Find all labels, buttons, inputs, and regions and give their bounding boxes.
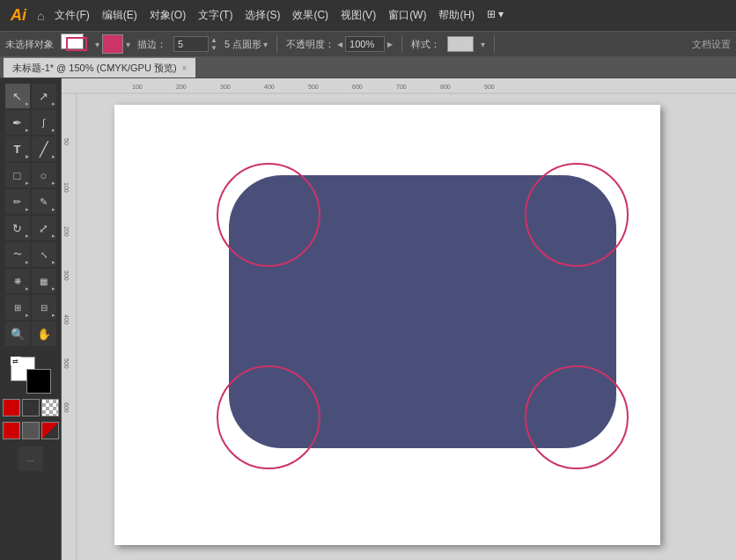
fill-stroke-indicator[interactable]: ⇄ <box>11 357 51 394</box>
title-bar: Ai ⌂ 文件(F) 编辑(E) 对象(O) 文字(T) 选择(S) 效果(C)… <box>0 0 736 31</box>
stroke-width-input[interactable] <box>173 36 209 52</box>
tab-title: 未标题-1* @ 150% (CMYK/GPU 预览) <box>12 62 177 75</box>
type-tool[interactable]: T▸ <box>5 136 30 161</box>
svg-text:400: 400 <box>63 314 70 325</box>
svg-text:700: 700 <box>396 84 407 90</box>
tool-row-3: T▸ ╱▸ <box>5 136 56 161</box>
paintbrush-tool[interactable]: ✏▸ <box>5 189 30 214</box>
free-transform-tool[interactable]: ⤡▸ <box>32 242 56 267</box>
svg-text:100: 100 <box>132 84 143 90</box>
menu-object[interactable]: 对象(O) <box>144 6 191 25</box>
tool-row-7: 〜▸ ⤡▸ <box>5 242 56 267</box>
svg-text:900: 900 <box>484 84 495 90</box>
pen-tool[interactable]: ✒▸ <box>5 110 30 135</box>
stroke-preview[interactable] <box>61 33 92 55</box>
tool-row-8: ❋▸ ▦▸ <box>5 269 56 293</box>
svg-text:300: 300 <box>63 270 70 281</box>
tool-row-9: ⊞▸ ⊟▸ <box>5 295 56 320</box>
main-layout: ↖▸ ↗▸ ✒▸ ∫▸ T▸ ╱▸ □▸ ○▸ ✏▸ ✎▸ ↻▸ ⤢▸ 〜▸ ⤡… <box>0 78 736 560</box>
mode-swatches <box>3 422 59 439</box>
home-icon[interactable]: ⌂ <box>37 9 44 23</box>
rounded-rectangle[interactable] <box>229 175 616 448</box>
canvas-area[interactable]: 100200 300400 500600 700800 900 50 100 2… <box>62 78 736 560</box>
svg-text:500: 500 <box>308 84 319 90</box>
menu-view[interactable]: 视图(V) <box>335 6 381 25</box>
menu-type[interactable]: 文字(T) <box>193 6 238 25</box>
svg-text:200: 200 <box>63 226 70 237</box>
opacity-expand[interactable]: ◀ <box>337 41 342 48</box>
left-sidebar: ↖▸ ↗▸ ✒▸ ∫▸ T▸ ╱▸ □▸ ○▸ ✏▸ ✎▸ ↻▸ ⤢▸ 〜▸ ⤡… <box>0 78 62 560</box>
slice-tool[interactable]: ⊟▸ <box>32 295 56 320</box>
none-swatch[interactable] <box>41 399 59 416</box>
rotate-tool[interactable]: ↻▸ <box>5 216 30 240</box>
canvas-svg <box>114 105 660 545</box>
warp-tool[interactable]: 〜▸ <box>5 242 30 267</box>
ellipse-tool[interactable]: ○▸ <box>32 163 56 188</box>
tool-row-4: □▸ ○▸ <box>5 163 56 188</box>
gradient-mode-swatch[interactable] <box>41 422 59 439</box>
tool-row-1: ↖▸ ↗▸ <box>5 84 56 108</box>
rect-tool[interactable]: □▸ <box>5 163 30 188</box>
pencil-tool[interactable]: ✎▸ <box>32 189 56 214</box>
svg-text:600: 600 <box>63 402 70 413</box>
dark-swatch[interactable] <box>22 399 40 416</box>
curvature-tool[interactable]: ∫▸ <box>32 110 56 135</box>
ruler-top-svg: 100200 300400 500600 700800 900 <box>62 78 736 94</box>
opacity-label: 不透明度： <box>286 38 335 51</box>
tab-close-button[interactable]: × <box>182 63 188 73</box>
swap-icon[interactable]: ⇄ <box>11 357 21 365</box>
line-tool[interactable]: ╱▸ <box>32 136 56 161</box>
separator-1 <box>276 35 277 53</box>
menu-select[interactable]: 选择(S) <box>239 6 285 25</box>
ruler-top: 100200 300400 500600 700800 900 <box>62 78 736 94</box>
tool-row-2: ✒▸ ∫▸ <box>5 110 56 135</box>
menu-window[interactable]: 窗口(W) <box>383 6 431 25</box>
stroke-width-spinner[interactable]: ▲ ▼ <box>210 37 217 52</box>
bottom-tools: ... <box>18 446 43 471</box>
red-mode-swatch[interactable] <box>3 422 20 439</box>
menu-help[interactable]: 帮助(H) <box>433 6 480 25</box>
svg-text:100: 100 <box>63 182 70 193</box>
style-label: 样式： <box>411 38 440 51</box>
stroke-color-arrow[interactable]: ▾ <box>126 40 130 49</box>
stroke-label: 描边： <box>137 38 166 51</box>
svg-text:600: 600 <box>352 84 363 90</box>
red-swatch[interactable] <box>3 399 20 416</box>
separator-3 <box>494 35 495 53</box>
doc-settings-label[interactable]: 文档设置 <box>692 38 731 51</box>
column-chart-tool[interactable]: ▦▸ <box>32 269 56 293</box>
brush-dropdown-arrow[interactable]: ▾ <box>263 40 268 49</box>
more-tools[interactable]: ... <box>18 446 43 471</box>
style-dropdown-arrow[interactable]: ▾ <box>481 40 485 49</box>
direct-select-tool[interactable]: ↗▸ <box>32 84 56 108</box>
style-color[interactable] <box>447 36 474 52</box>
menu-effect[interactable]: 效果(C) <box>287 6 334 25</box>
zoom-tool[interactable]: 🔍 <box>5 321 30 346</box>
menu-file[interactable]: 文件(F) <box>49 6 94 25</box>
stroke-dropdown-arrow[interactable]: ▾ <box>95 40 99 49</box>
svg-text:800: 800 <box>440 84 451 90</box>
no-selection-label: 未选择对象 <box>5 38 54 51</box>
tab-bar: 未标题-1* @ 150% (CMYK/GPU 预览) × <box>0 57 736 78</box>
select-tool[interactable]: ↖▸ <box>5 84 30 108</box>
svg-text:300: 300 <box>220 84 231 90</box>
stroke-color-swatch[interactable] <box>102 34 123 54</box>
gray-mode-swatch[interactable] <box>22 422 40 439</box>
stroke-swatch[interactable] <box>26 369 51 394</box>
svg-text:200: 200 <box>176 84 187 90</box>
symbol-tool[interactable]: ❋▸ <box>5 269 30 293</box>
menu-grid[interactable]: ⊞ ▾ <box>482 6 509 25</box>
brush-label: 5 点圆形 <box>224 38 261 51</box>
svg-text:400: 400 <box>264 84 275 90</box>
scale-tool[interactable]: ⤢▸ <box>32 216 56 240</box>
svg-rect-11 <box>62 94 77 560</box>
menu-edit[interactable]: 编辑(E) <box>97 6 143 25</box>
opacity-expand2[interactable]: ▶ <box>387 41 393 48</box>
artboard-tool[interactable]: ⊞▸ <box>5 295 30 320</box>
hand-tool[interactable]: ✋ <box>32 321 56 346</box>
ruler-left-svg: 50 100 200 300 400 500 600 <box>62 94 77 560</box>
tab-document[interactable]: 未标题-1* @ 150% (CMYK/GPU 预览) × <box>4 57 196 77</box>
stroke-box: ▾ ▾ <box>61 33 130 55</box>
opacity-input[interactable] <box>345 36 385 52</box>
svg-text:50: 50 <box>63 138 70 145</box>
